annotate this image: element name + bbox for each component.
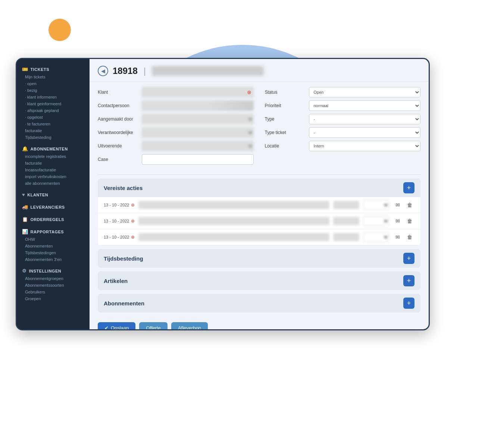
tijdsbesteding-header[interactable]: Tijdsbesteding + [98,249,420,268]
sidebar-item-afspraak-gepland[interactable]: · afspraak gepland [17,107,90,114]
sidebar-item-tijdsbestedingen[interactable]: Tijdsbestedingen [17,249,90,256]
sidebar-section-klanten: ♥ KLANTEN [17,189,90,199]
action-delete-button-2[interactable]: 🗑 [405,216,414,226]
klant-error-icon: ⊗ [247,89,251,95]
aangemaakt-door-label: Aangemaakt door [98,116,139,122]
action-delete-button-3[interactable]: 🗑 [405,232,414,242]
form-row-type: Type - [265,114,421,124]
klant-input[interactable] [142,87,254,97]
sidebar-item-abonnementen-rap[interactable]: Abonnementen [17,243,90,249]
back-button[interactable]: ◀ [98,66,108,76]
sidebar-section-tickets: 🎫 TICKETS Mijn tickets · open · bezig · … [17,63,90,141]
form-row-verantwoordelijke: Verantwoordelijke [98,127,254,138]
opslaan-button[interactable]: ✔ Opslaan [98,322,135,329]
action-row-2: 13 - 10 - 2022 ⊗ ✉ 🗑 [98,213,420,229]
ticket-title-blurred [152,66,264,76]
rapportages-icon: 📊 [22,229,28,234]
ticket-number: 18918 [113,66,138,76]
vereiste-acties-header[interactable]: Vereiste acties + [98,178,420,197]
sidebar-item-klant-informeren[interactable]: · klant informeren [17,94,90,100]
action-delete-button-1[interactable]: 🗑 [405,200,414,210]
action-row-3: 13 - 10 - 2022 ⊗ ✉ 🗑 [98,229,420,245]
orderregels-icon: 📋 [22,217,28,222]
sidebar-item-mijn-tickets[interactable]: Mijn tickets [17,74,90,80]
action-icons-3: ✉ 🗑 [393,232,414,242]
abonnementen-header[interactable]: Abonnementen + [98,294,420,312]
status-select[interactable]: Open Gesloten In behandeling [309,87,421,97]
form-row-contactpersoon: Contactpersoon [98,100,254,111]
sidebar-item-facturatie[interactable]: facturatie [17,127,90,134]
vereiste-acties-add-button[interactable]: + [403,182,414,193]
form-right-column: Status Open Gesloten In behandeling Prio… [265,87,421,168]
type-select[interactable]: - [309,114,421,124]
action-date-2: 13 - 10 - 2022 ⊗ [104,218,135,224]
sidebar-item-opgelost[interactable]: · opgelost [17,114,90,121]
sidebar-item-alle-abonnementen[interactable]: alle abonnementen [17,180,90,187]
prioriteit-select[interactable]: normaal hoog laag [309,100,421,111]
sidebar-item-abonnementgroepen[interactable]: Abonnementgroepen [17,275,90,282]
vereiste-acties-title: Vereiste acties [104,185,143,191]
tijdsbesteding-add-button[interactable]: + [403,253,414,264]
sidebar-item-import-verbruikskosten[interactable]: import verbruikskosten [17,173,90,180]
sidebar-item-bezig[interactable]: · bezig [17,87,90,94]
abonnementen-section: Abonnementen + [98,294,420,312]
action-desc-2 [138,217,330,225]
form-row-uitvoerende: Uitvoerende [98,141,254,151]
tickets-icon: 🎫 [22,66,28,72]
action-select-2[interactable] [363,216,389,226]
action-status-1 [333,201,359,209]
artikelen-header[interactable]: Artikelen + [98,271,420,290]
abonnementen-section-title: Abonnementen [104,300,144,307]
form-left-column: Klant ⊗ Contactpersoon Aangemaakt door [98,87,254,168]
afleverbon-button[interactable]: Afleverbon [171,322,208,329]
offerte-button[interactable]: Offerte [139,322,168,329]
sidebar-item-facturatie-abo[interactable]: facturatie [17,160,90,167]
sidebar-section-title-abonnementen: 🔔 ABONNEMENTEN [17,143,90,153]
case-input[interactable] [142,154,254,165]
action-error-icon-1: ⊗ [131,202,135,208]
tijdsbesteding-section: Tijdsbesteding + [98,249,420,268]
sidebar-item-incassofacturatie[interactable]: Incassofacturatie [17,167,90,173]
sidebar-item-klant-geinformeerd[interactable]: · klant geinformeerd [17,100,90,107]
form-row-prioriteit: Prioriteit normaal hoog laag [265,100,421,111]
type-ticket-label: Type ticket [265,130,306,135]
form-divider [98,174,420,175]
action-select-3[interactable] [363,232,389,242]
ticket-form: Klant ⊗ Contactpersoon Aangemaakt door [90,82,429,173]
sidebar-item-tijdsbesteding[interactable]: Tijdsbesteding [17,134,90,141]
sidebar-item-ohw[interactable]: OHW [17,236,90,243]
artikelen-add-button[interactable]: + [403,275,414,286]
afleverbon-label: Afleverbon [178,325,201,329]
action-status-2 [333,217,359,225]
footer-actions: ✔ Opslaan Offerte Afleverbon [90,316,429,329]
sidebar-section-title-instellingen: ⚙ INSTELLINGEN [17,265,90,275]
sidebar-item-te-factureren[interactable]: · te factureren [17,121,90,127]
uitvoerende-select[interactable] [142,141,254,151]
contactpersoon-input[interactable] [142,100,254,111]
action-error-icon-2: ⊗ [131,218,135,224]
action-select-1[interactable] [363,200,389,210]
aangemaakt-door-select[interactable] [142,114,254,124]
sidebar-item-gebruikers[interactable]: Gebruikers [17,289,90,295]
sidebar-section-title-tickets: 🎫 TICKETS [17,63,90,74]
form-row-klant: Klant ⊗ [98,87,254,97]
action-mail-button-2[interactable]: ✉ [393,216,403,226]
abonnementen-add-icon: + [407,299,411,307]
tijdsbesteding-add-icon: + [407,255,411,262]
action-mail-button-3[interactable]: ✉ [393,232,403,242]
abonnementen-add-button[interactable]: + [403,298,414,309]
sidebar-item-incomplete-registraties[interactable]: incomplete registraties [17,153,90,160]
sidebar-item-abonnementen-3en[interactable]: Abonnementen 3'en [17,256,90,263]
verantwoordelijke-select[interactable] [142,127,254,138]
locatie-select[interactable]: Intern Extern [309,141,421,151]
sidebar-item-abonnementssoorten[interactable]: Abonnementssoorten [17,282,90,289]
sidebar-section-orderregels: 📋 ORDERREGELS [17,214,90,224]
klanten-icon: ♥ [22,192,25,197]
instellingen-icon: ⚙ [22,268,27,274]
sidebar-item-groepen[interactable]: Groepen [17,295,90,302]
type-ticket-select[interactable]: - [309,127,421,138]
sidebar-section-title-rapportages: 📊 RAPPORTAGES [17,226,90,236]
action-mail-button-1[interactable]: ✉ [393,200,403,210]
sidebar-item-open[interactable]: · open [17,80,90,87]
offerte-label: Offerte [146,325,161,329]
